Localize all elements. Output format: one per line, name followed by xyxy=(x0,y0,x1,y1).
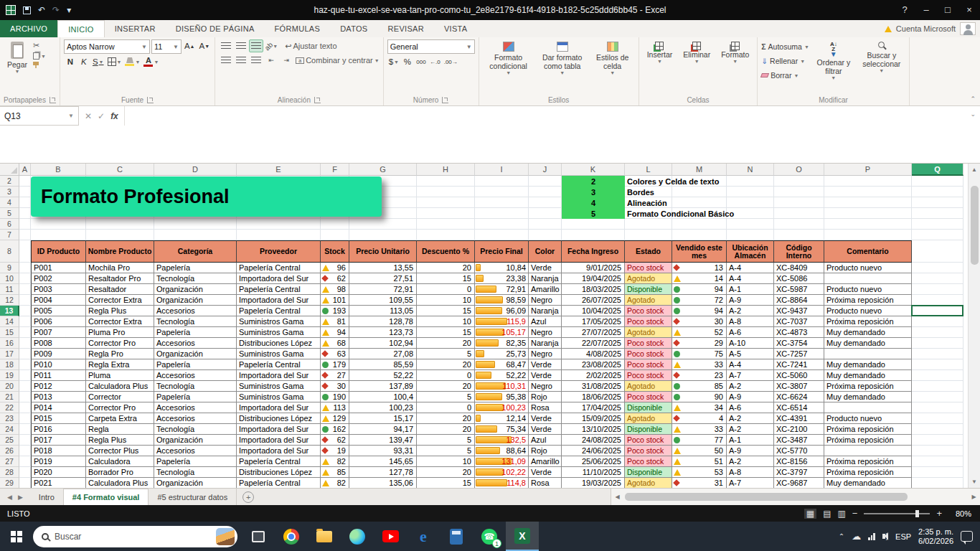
cell-G14[interactable]: 128,78 xyxy=(349,316,417,327)
cell-N14[interactable]: A-8 xyxy=(727,316,774,327)
cell-J4[interactable] xyxy=(529,197,562,208)
row-header-20[interactable]: 20 xyxy=(0,381,19,392)
cell-K12[interactable]: 26/07/2025 xyxy=(562,295,625,306)
cell-J16[interactable]: Naranja xyxy=(529,338,562,349)
cell-B7[interactable] xyxy=(31,230,86,240)
format-as-table-button[interactable]: Dar formato como tabla▼ xyxy=(537,39,588,78)
cell-G13[interactable]: 113,05 xyxy=(349,306,417,316)
font-color-icon[interactable]: A▼ xyxy=(142,55,160,68)
cell-O21[interactable]: XC-6624 xyxy=(774,392,824,402)
cell-J19[interactable]: Verde xyxy=(529,370,562,381)
cell-F18[interactable]: 179 xyxy=(321,359,349,370)
cell-P20[interactable]: Próxima reposición xyxy=(824,381,912,392)
cell-Q21[interactable] xyxy=(912,392,963,402)
cell-H23[interactable]: 20 xyxy=(417,413,475,424)
cell-E6[interactable] xyxy=(237,219,321,230)
estado-cell[interactable]: Agotado xyxy=(625,327,672,338)
paste-button[interactable]: Pegar▼ xyxy=(4,39,31,77)
row-header-29[interactable]: 29 xyxy=(0,478,19,488)
cell-A14[interactable] xyxy=(19,316,31,327)
row-header-8[interactable]: 8 xyxy=(0,240,19,263)
cell-F19[interactable]: 27 xyxy=(321,370,349,381)
row-header-13[interactable]: 13 xyxy=(0,306,19,316)
estado-cell[interactable]: Poco stock xyxy=(625,359,672,370)
cell-N12[interactable]: A-9 xyxy=(727,295,774,306)
cell-K7[interactable] xyxy=(562,230,625,240)
cell-J11[interactable]: Amarillo xyxy=(529,284,562,295)
cell-G18[interactable]: 85,59 xyxy=(349,359,417,370)
font-name-combo[interactable]: Aptos Narrow▼ xyxy=(64,39,150,54)
cell-B25[interactable]: P017 xyxy=(31,435,86,446)
cell-M11[interactable]: 94 xyxy=(672,284,727,295)
cell-E16[interactable]: Distribuciones López xyxy=(237,338,321,349)
cell-N11[interactable]: A-1 xyxy=(727,284,774,295)
cell-P21[interactable]: Muy demandado xyxy=(824,392,912,402)
cell-M25[interactable]: 77 xyxy=(672,435,727,446)
column-header-D[interactable]: D xyxy=(154,164,237,176)
ribbon-tab-insertar[interactable]: INSERTAR xyxy=(105,20,166,37)
cell-P12[interactable]: Próxima reposición xyxy=(824,295,912,306)
cell-G11[interactable]: 72,91 xyxy=(349,284,417,295)
cell-H6[interactable] xyxy=(417,219,475,230)
estado-cell[interactable]: Poco stock xyxy=(625,370,672,381)
vertical-scrollbar[interactable]: ▲ ▼ xyxy=(968,164,980,488)
cell-F23[interactable]: 129 xyxy=(321,413,349,424)
cell-N20[interactable]: A-2 xyxy=(727,381,774,392)
cell-P8[interactable]: Comentario xyxy=(824,240,912,263)
thousands-icon[interactable]: 000 xyxy=(415,55,428,68)
cell-K11[interactable]: 18/03/2025 xyxy=(562,284,625,295)
cell-I15[interactable]: 105,17 xyxy=(475,327,529,338)
excel-taskbar-icon[interactable] xyxy=(506,522,539,551)
help-icon[interactable]: ? xyxy=(894,0,915,20)
cell-J9[interactable]: Verde xyxy=(529,263,562,273)
cell-E13[interactable]: Papelería Central xyxy=(237,306,321,316)
cell-H8[interactable]: Descuento % xyxy=(417,240,475,263)
cell-H25[interactable]: 5 xyxy=(417,435,475,446)
cell-B11[interactable]: P003 xyxy=(31,284,86,295)
cell-Q19[interactable] xyxy=(912,370,963,381)
column-header-L[interactable]: L xyxy=(625,164,672,176)
ribbon-tab-diseño-de-página[interactable]: DISEÑO DE PÁGINA xyxy=(166,20,265,37)
cell-I7[interactable] xyxy=(475,230,529,240)
cell-P7[interactable] xyxy=(824,230,912,240)
cell-I25[interactable]: 132,5 xyxy=(475,435,529,446)
cell-G17[interactable]: 27,08 xyxy=(349,349,417,359)
cell-A24[interactable] xyxy=(19,424,31,435)
autosum-button[interactable]: Σ Autosuma ▼ xyxy=(761,40,809,53)
wrap-text-button[interactable]: ↩ Ajustar texto xyxy=(285,42,336,51)
cell-O28[interactable]: XC-3797 xyxy=(774,467,824,478)
cell-O13[interactable]: XC-9437 xyxy=(774,306,824,316)
estado-cell[interactable]: Agotado xyxy=(625,413,672,424)
sheet-tab--5-estructurar-datos[interactable]: #5 estructurar datos xyxy=(149,489,237,505)
cell-J18[interactable]: Verde xyxy=(529,359,562,370)
cell-J25[interactable]: Azul xyxy=(529,435,562,446)
sheet-grid[interactable]: ABCDEFGHIJKLMNOPQ 2345678ID ProductoNomb… xyxy=(0,164,968,488)
format-cells-button[interactable]: Formato▼ xyxy=(717,39,753,67)
cell-M10[interactable]: 14 xyxy=(672,273,727,284)
cell-N17[interactable]: A-5 xyxy=(727,349,774,359)
cell-D6[interactable] xyxy=(154,219,237,230)
cell-O23[interactable]: XC-4391 xyxy=(774,413,824,424)
cell-E27[interactable]: Papelería Central xyxy=(237,456,321,467)
cell-styles-button[interactable]: Estilos de celda▼ xyxy=(590,39,635,78)
cell-N7[interactable] xyxy=(727,230,774,240)
cell-N29[interactable]: A-7 xyxy=(727,478,774,488)
cell-B21[interactable]: P013 xyxy=(31,392,86,402)
cell-K13[interactable]: 10/04/2025 xyxy=(562,306,625,316)
cell-C9[interactable]: Mochila Pro xyxy=(86,263,154,273)
cell-D26[interactable]: Accesorios xyxy=(154,446,237,456)
align-top-icon[interactable] xyxy=(219,39,233,52)
format-painter-icon[interactable] xyxy=(33,62,46,68)
cell-M28[interactable]: 53 xyxy=(672,467,727,478)
cell-K25[interactable]: 24/08/2025 xyxy=(562,435,625,446)
cell-Q22[interactable] xyxy=(912,402,963,413)
cell-M19[interactable]: 23 xyxy=(672,370,727,381)
estado-cell[interactable]: Agotado xyxy=(625,478,672,488)
cell-M16[interactable]: 29 xyxy=(672,338,727,349)
cell-M6[interactable] xyxy=(672,219,727,230)
cell-I13[interactable]: 96,09 xyxy=(475,306,529,316)
cell-D29[interactable]: Organización xyxy=(154,478,237,488)
cell-Q5[interactable] xyxy=(912,208,963,219)
cell-M13[interactable]: 94 xyxy=(672,306,727,316)
cell-I4[interactable] xyxy=(475,197,529,208)
